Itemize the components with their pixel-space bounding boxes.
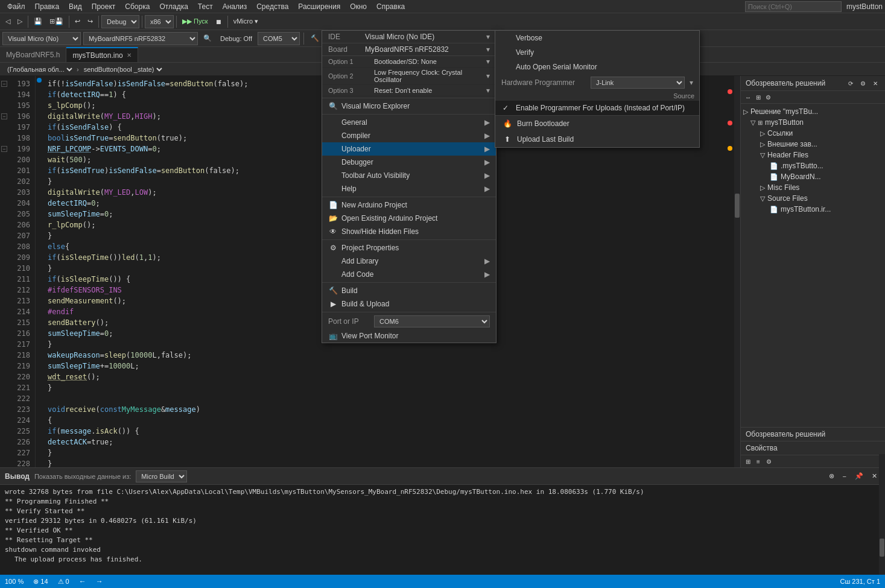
vmicro-dropdown[interactable]: vMicro ▾: [230, 15, 261, 28]
breadcrumb-separator: ›: [77, 66, 79, 73]
menu-item-view[interactable]: Вид: [64, 1, 87, 12]
output-pin-btn[interactable]: 📌: [852, 470, 866, 482]
sol-sync-button[interactable]: ⟳: [846, 78, 855, 88]
tree-misc[interactable]: ▷ Misc Files: [741, 182, 885, 193]
tree-refs[interactable]: ▷ Ссылки: [741, 128, 885, 139]
code-editor[interactable]: − − − 193194195196197 198199200201202 20…: [0, 76, 740, 467]
status-errors: ⊗ 14: [33, 578, 48, 586]
tab-boardh-label: MyBoardNRF5.h: [6, 51, 60, 59]
project-icon: ▽: [750, 119, 755, 127]
solution-tree: ▷ Решение "mysTBu... ▽ ⊞ mysTButton ▷ Сс…: [741, 104, 885, 427]
com-select[interactable]: COM5: [258, 32, 300, 45]
save-all-button[interactable]: ⊞💾: [46, 15, 66, 28]
tree-srcfile1[interactable]: 📄 mysTButton.ir...: [741, 204, 885, 215]
separator-4: [142, 16, 142, 28]
run-icon: ▶: [182, 17, 187, 25]
props-tb-2[interactable]: ≡: [754, 457, 763, 466]
upload-btn[interactable]: ▶: [325, 32, 335, 45]
output-source-select[interactable]: Micro Build: [136, 470, 187, 482]
tab-ino[interactable]: mysTButton.ino ✕: [66, 47, 138, 62]
undo-button[interactable]: ↩: [72, 15, 83, 28]
run-label: ▶ Пуск: [187, 17, 208, 25]
tree-hfile2[interactable]: 📄 MyBoardN...: [741, 171, 885, 182]
build-btn[interactable]: 🔨: [308, 32, 322, 45]
menu-item-test[interactable]: Тест: [193, 1, 218, 12]
menu-item-project[interactable]: Проект: [87, 1, 121, 12]
menu-item-tools[interactable]: Средства: [252, 1, 293, 12]
breadcrumb-member[interactable]: sendButton(bool _state): [81, 65, 164, 74]
save-button[interactable]: 💾: [31, 15, 45, 28]
output-clear-btn[interactable]: ⊗: [826, 470, 837, 482]
sol-tb-2[interactable]: ⊞: [754, 92, 763, 102]
fold-197[interactable]: −: [1, 146, 7, 152]
extdeps-icon: ▷: [760, 141, 765, 148]
menu-item-window[interactable]: Окно: [345, 1, 372, 12]
search-input[interactable]: [745, 1, 842, 12]
output-scrollbar[interactable]: [879, 454, 885, 575]
fold-194[interactable]: −: [1, 113, 7, 119]
separator-7: [303, 33, 304, 45]
stop-button[interactable]: ⏹: [212, 15, 225, 28]
back-button[interactable]: ◁: [2, 15, 13, 28]
profile-select[interactable]: Visual Micro (No): [2, 32, 81, 45]
sol-close-button[interactable]: ✕: [871, 78, 880, 88]
debug-select-button[interactable]: Debug: Off: [217, 32, 255, 45]
hfile2-label: MyBoardN...: [781, 172, 821, 181]
srcfile1-label: mysTButton.ir...: [781, 205, 831, 213]
output-scrollbar-thumb[interactable]: [880, 539, 884, 557]
output-collapse-btn[interactable]: −: [840, 470, 849, 482]
tab-ino-close[interactable]: ✕: [127, 52, 132, 58]
refs-icon: ▷: [760, 130, 765, 138]
status-zoom: 100 %: [5, 578, 24, 585]
menu-item-file[interactable]: Файл: [2, 1, 30, 12]
sources-label: Source Files: [767, 194, 808, 203]
solution-label: Решение "mysTBu...: [750, 107, 818, 116]
editor-scrollbar[interactable]: [734, 76, 740, 467]
platform-select[interactable]: x86: [145, 15, 174, 28]
search-code-button[interactable]: 🔍: [200, 32, 215, 45]
output-source-label: Показать выходные данные из:: [34, 473, 131, 480]
solution-explorer-panel: Обозреватель решений ⟳ ⚙ ✕ ↔ ⊞ ⚙ ▷ Решен…: [740, 76, 885, 467]
sol-tb-3[interactable]: ⚙: [764, 92, 773, 102]
sol-tb-1[interactable]: ↔: [743, 92, 753, 102]
fold-193[interactable]: −: [1, 81, 7, 87]
props-tb-3[interactable]: ⚙: [764, 457, 774, 466]
menu-item-analyze[interactable]: Анализ: [218, 1, 252, 12]
tree-hfile1[interactable]: 📄 .mysTButto...: [741, 160, 885, 171]
board-select[interactable]: MyBoardNRF5 nRF52832: [83, 32, 198, 45]
output-line-5: ** Verified OK **: [5, 526, 880, 536]
properties-toolbar: ⊞ ≡ ⚙: [741, 455, 885, 467]
sol-settings-button[interactable]: ⚙: [858, 78, 868, 88]
menu-item-help[interactable]: Справка: [372, 1, 410, 12]
tree-extdeps[interactable]: ▷ Внешние зав...: [741, 139, 885, 150]
code-content[interactable]: if (!isSendFalse) isSendFalse = sendButt…: [43, 76, 726, 467]
nav-forward-button[interactable]: →: [96, 577, 103, 586]
redo-button[interactable]: ↪: [84, 15, 96, 28]
separator-6: [227, 16, 228, 28]
config-select[interactable]: Debug: [101, 15, 139, 28]
toolbar-main: ◁ ▷ 💾 ⊞💾 ↩ ↪ Debug x86 ▶ ▶ Пуск ⏹ vMicro…: [0, 13, 885, 30]
tree-project[interactable]: ▽ ⊞ mysTButton: [741, 117, 885, 128]
tree-sources[interactable]: ▽ Source Files: [741, 193, 885, 204]
misc-icon: ▷: [760, 184, 765, 192]
scrollbar-thumb[interactable]: [735, 194, 740, 218]
solution-icon: ▷: [743, 108, 748, 116]
menu-item-build[interactable]: Сборка: [120, 1, 154, 12]
nav-back-button[interactable]: ←: [79, 577, 86, 586]
properties-header: Обозреватель решений: [741, 428, 885, 441]
run-button[interactable]: ▶ ▶ Пуск: [179, 15, 211, 28]
tab-boardh[interactable]: MyBoardNRF5.h: [0, 47, 66, 62]
sources-icon: ▽: [760, 195, 765, 203]
status-line-col: Сш 231, Ст 1: [840, 578, 880, 585]
tree-headers[interactable]: ▽ Header Files: [741, 150, 885, 160]
props-tb-1[interactable]: ⊞: [743, 457, 753, 466]
breadcrumb-scope[interactable]: (Глобальная обл...: [5, 65, 74, 74]
menu-item-extensions[interactable]: Расширения: [293, 1, 345, 12]
forward-button[interactable]: ▷: [14, 15, 25, 28]
tree-solution[interactable]: ▷ Решение "mysTBu...: [741, 106, 885, 117]
menu-item-edit[interactable]: Правка: [30, 1, 65, 12]
line-numbers: 193194195196197 198199200201202 20320420…: [8, 76, 36, 467]
debug-port-label: Debug: Off: [220, 35, 252, 42]
menu-item-debug[interactable]: Отладка: [154, 1, 192, 12]
settings-btn[interactable]: ⚙: [338, 32, 350, 45]
